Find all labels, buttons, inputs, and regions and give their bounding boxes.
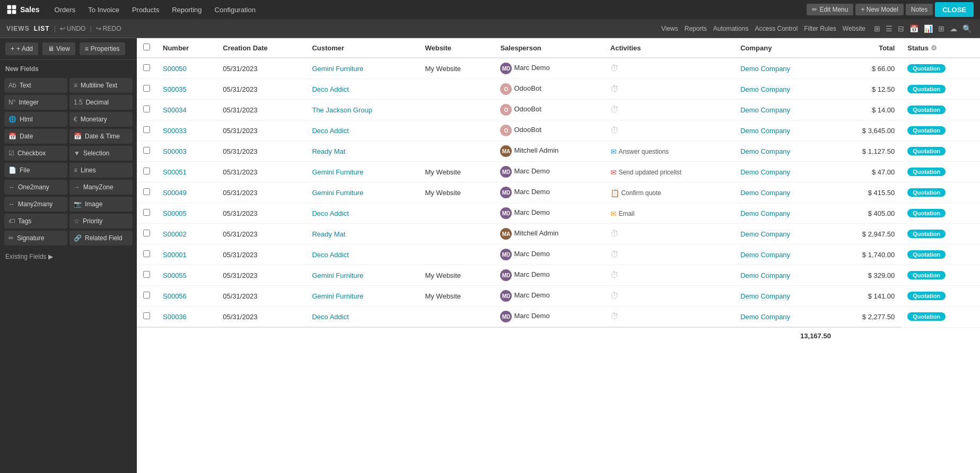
order-number[interactable]: S00055 — [163, 271, 187, 279]
sub-filter-rules[interactable]: Filter Rules — [804, 25, 836, 32]
order-number[interactable]: S00049 — [163, 189, 187, 197]
row-checkbox[interactable] — [143, 126, 150, 133]
field-item-signature[interactable]: ✏Signature — [4, 231, 67, 246]
field-item-file[interactable]: 📄File — [4, 163, 67, 178]
field-item-multiline[interactable]: ≡Multiline Text — [69, 78, 133, 93]
nav-products[interactable]: Products — [126, 0, 165, 19]
company-link[interactable]: Demo Company — [740, 106, 790, 114]
view-search-icon[interactable]: 🔍 — [960, 23, 974, 34]
company-link[interactable]: Demo Company — [740, 189, 790, 197]
row-checkbox[interactable] — [143, 147, 150, 154]
table-row[interactable]: S0003405/31/2023The Jackson GroupOOdooBo… — [137, 100, 980, 120]
field-item-image[interactable]: 📷Image — [69, 197, 133, 212]
row-checkbox[interactable] — [143, 292, 150, 299]
customer-link[interactable]: Gemini Furniture — [312, 168, 363, 176]
field-item-many2one[interactable]: →ManyZone — [69, 180, 133, 195]
field-item-checkbox[interactable]: ☑Checkbox — [4, 146, 67, 161]
row-checkbox[interactable] — [143, 85, 150, 92]
order-number[interactable]: S00056 — [163, 292, 187, 300]
existing-fields[interactable]: Existing Fields ▶ — [0, 248, 137, 266]
field-item-html[interactable]: 🌐Html — [4, 112, 67, 127]
company-link[interactable]: Demo Company — [740, 127, 790, 135]
properties-button[interactable]: ≡ Properties — [80, 42, 125, 55]
table-row[interactable]: S0004905/31/2023Gemini FurnitureMy Websi… — [137, 182, 980, 203]
row-checkbox[interactable] — [143, 168, 150, 174]
order-number[interactable]: S00033 — [163, 127, 187, 135]
customer-link[interactable]: Ready Mat — [312, 147, 345, 155]
view-calendar-icon[interactable]: 📅 — [907, 23, 921, 34]
table-row[interactable]: S0005005/31/2023Gemini FurnitureMy Websi… — [137, 58, 980, 79]
row-checkbox[interactable] — [143, 312, 150, 319]
table-row[interactable]: S0000505/31/2023Deco AddictMDMarc Demo✉ … — [137, 203, 980, 224]
field-item-decimal[interactable]: 1.5Decimal — [69, 95, 133, 110]
row-checkbox[interactable] — [143, 209, 150, 216]
customer-link[interactable]: Deco Addict — [312, 127, 348, 135]
company-link[interactable]: Demo Company — [740, 65, 790, 73]
table-row[interactable]: S0003605/31/2023Deco AddictMDMarc Demo⏱D… — [137, 306, 980, 328]
company-link[interactable]: Demo Company — [740, 147, 790, 155]
company-link[interactable]: Demo Company — [740, 251, 790, 259]
field-item-priority[interactable]: ☆Priority — [69, 214, 133, 229]
view-pivot-icon[interactable]: ⊞ — [936, 23, 947, 34]
app-brand[interactable]: Sales — [6, 4, 40, 15]
table-row[interactable]: S0000105/31/2023Deco AddictMDMarc Demo⏱D… — [137, 244, 980, 265]
order-number[interactable]: S00001 — [163, 251, 187, 259]
customer-link[interactable]: Deco Addict — [312, 85, 348, 93]
company-link[interactable]: Demo Company — [740, 230, 790, 238]
company-link[interactable]: Demo Company — [740, 209, 790, 217]
row-checkbox[interactable] — [143, 250, 150, 257]
sub-access-control[interactable]: Access Control — [755, 25, 798, 32]
order-number[interactable]: S00005 — [163, 209, 187, 217]
row-checkbox[interactable] — [143, 230, 150, 236]
view-form-icon[interactable]: ⊟ — [896, 23, 906, 34]
nav-reporting[interactable]: Reporting — [165, 0, 208, 19]
company-link[interactable]: Demo Company — [740, 292, 790, 300]
field-item-one2many[interactable]: ↔One2many — [4, 180, 67, 195]
row-checkbox[interactable] — [143, 106, 150, 112]
customer-link[interactable]: Deco Addict — [312, 209, 348, 217]
order-number[interactable]: S00051 — [163, 168, 187, 176]
customer-link[interactable]: Gemini Furniture — [312, 65, 363, 73]
company-link[interactable]: Demo Company — [740, 85, 790, 93]
field-item-selection[interactable]: ▼Selection — [69, 146, 133, 161]
company-link[interactable]: Demo Company — [740, 313, 790, 321]
table-row[interactable]: S0005505/31/2023Gemini FurnitureMy Websi… — [137, 265, 980, 286]
field-item-monetary[interactable]: €Monetary — [69, 112, 133, 127]
view-kanban-icon[interactable]: ⊞ — [872, 23, 882, 34]
view-graph-icon[interactable]: 📊 — [922, 23, 935, 34]
add-button[interactable]: + + Add — [5, 42, 38, 55]
field-item-date[interactable]: 📅Date — [4, 129, 67, 144]
customer-link[interactable]: Ready Mat — [312, 230, 345, 238]
row-checkbox[interactable] — [143, 271, 150, 278]
table-row[interactable]: S0003505/31/2023Deco AddictOOdooBot⏱Demo… — [137, 79, 980, 100]
order-number[interactable]: S00034 — [163, 106, 187, 114]
column-settings-icon[interactable]: ⚙ — [931, 44, 937, 52]
field-item-text[interactable]: AbText — [4, 78, 67, 93]
company-link[interactable]: Demo Company — [740, 271, 790, 279]
table-row[interactable]: S0005105/31/2023Gemini FurnitureMy Websi… — [137, 162, 980, 182]
nav-configuration[interactable]: Configuration — [208, 0, 262, 19]
table-row[interactable]: S0005605/31/2023Gemini FurnitureMy Websi… — [137, 286, 980, 306]
customer-link[interactable]: Gemini Furniture — [312, 189, 363, 197]
order-number[interactable]: S00003 — [163, 147, 187, 155]
customer-link[interactable]: Gemini Furniture — [312, 271, 363, 279]
field-item-many2many[interactable]: ↔Many2many — [4, 197, 67, 212]
edit-menu-button[interactable]: ✏ Edit Menu — [807, 4, 853, 15]
select-all-checkbox[interactable] — [143, 43, 150, 50]
sub-website[interactable]: Website — [843, 25, 865, 32]
row-checkbox[interactable] — [143, 188, 150, 195]
customer-link[interactable]: Deco Addict — [312, 313, 348, 321]
order-number[interactable]: S00035 — [163, 85, 187, 93]
order-number[interactable]: S00050 — [163, 65, 187, 73]
row-checkbox[interactable] — [143, 64, 150, 71]
table-row[interactable]: S0000305/31/2023Ready MatMAMitchell Admi… — [137, 141, 980, 162]
view-button[interactable]: 🖥 View — [42, 42, 75, 55]
field-item-tags[interactable]: 🏷Tags — [4, 214, 67, 229]
redo-button[interactable]: ↪ REDO — [96, 25, 121, 32]
nav-orders[interactable]: Orders — [48, 0, 82, 19]
order-number[interactable]: S00002 — [163, 230, 187, 238]
nav-toinvoice[interactable]: To Invoice — [82, 0, 126, 19]
table-row[interactable]: S0000205/31/2023Ready MatMAMitchell Admi… — [137, 224, 980, 244]
undo-button[interactable]: ↩ UNDO — [60, 25, 85, 32]
field-item-lines[interactable]: ≡Lines — [69, 163, 133, 178]
